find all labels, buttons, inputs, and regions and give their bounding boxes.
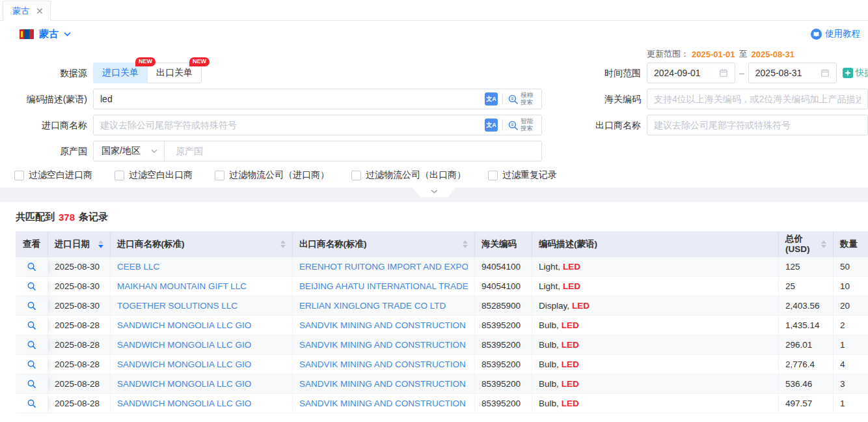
view-record-button[interactable] (16, 394, 48, 414)
highlight-led: LED (563, 281, 580, 291)
view-record-button[interactable] (16, 355, 48, 374)
cell-quantity: 1 (834, 335, 868, 355)
exporter-link[interactable]: SANDVIK MINING AND CONSTRUCTION L... (299, 320, 468, 330)
checkbox-icon[interactable] (115, 171, 124, 180)
origin-country-input[interactable] (169, 141, 541, 161)
importer-name-input[interactable] (94, 115, 480, 135)
search-icon (508, 120, 519, 131)
calendar-icon (719, 68, 728, 77)
sort-icon[interactable] (459, 240, 468, 248)
exporter-link[interactable]: ERENHOT RUITONG IMPORT AND EXPORT ... (299, 262, 468, 272)
fuzzy-search-button[interactable]: 模糊搜索 (508, 92, 536, 106)
results-summary: 共匹配到 378 条记录 (16, 211, 868, 223)
cell-total-price: 1,435.14 (779, 316, 834, 335)
mongolia-flag-icon (20, 29, 34, 39)
filter-checkbox-3[interactable]: 过滤物流公司（出口商） (351, 169, 466, 181)
cell-hs-code: 85395200 (475, 355, 532, 374)
exporter-link[interactable]: SANDVIK MINING AND CONSTRUCTION L... (299, 340, 468, 350)
results-count: 378 (59, 212, 75, 223)
cell-quantity: 20 (834, 296, 868, 316)
column-label: 海关编码 (481, 239, 517, 249)
filter-checkbox-1[interactable]: 过滤空白出口商 (115, 169, 193, 181)
cell-description: Light,LED (532, 277, 779, 296)
magnifier-icon (27, 320, 36, 330)
exporter-name-input[interactable] (647, 115, 868, 135)
importer-link[interactable]: SANDWICH MONGOLIA LLC GIO (117, 379, 251, 389)
tutorial-label: 使用教程 (825, 28, 860, 40)
checkbox-icon[interactable] (351, 171, 361, 180)
chevron-down-icon (151, 149, 157, 153)
importer-name-group: 文A 智能搜索 (93, 115, 542, 135)
view-record-button[interactable] (16, 296, 48, 316)
origin-region-select[interactable]: 国家/地区 (94, 141, 165, 161)
table-row: 2025-08-28SANDWICH MONGOLIA LLC GIOSANDV… (16, 335, 868, 355)
filter-checkbox-4[interactable]: 过滤重复记录 (488, 169, 557, 181)
column-header-view: 查看 (16, 231, 48, 257)
quick-date-button[interactable]: 快捷 (843, 67, 868, 79)
cell-import-date: 2025-08-28 (48, 374, 111, 394)
smart-search-button[interactable]: 智能搜索 (508, 118, 536, 132)
cell-import-date: 2025-08-30 (48, 257, 111, 277)
checkbox-icon[interactable] (215, 171, 224, 180)
checkbox-label: 过滤空白进口商 (29, 169, 92, 181)
column-header-exporter[interactable]: 出口商名称(标准) (293, 231, 475, 257)
tutorial-link[interactable]: 使用教程 (811, 28, 861, 40)
data-source-label: 数据源 (0, 63, 87, 83)
exporter-link[interactable]: ERLIAN XINGLONG TRADE CO LTD (299, 301, 446, 311)
exporter-link[interactable]: SANDVIK MINING AND CONSTRUCTION L... (299, 379, 468, 389)
sort-icon[interactable] (277, 240, 286, 248)
hs-code-input[interactable] (647, 89, 868, 109)
importer-link[interactable]: TOGETHER SOLUTIONS LLC (117, 301, 237, 311)
importer-link[interactable]: SANDWICH MONGOLIA LLC GIO (117, 320, 251, 330)
cell-description: Bulb,LED (532, 316, 779, 335)
cell-quantity: 3 (834, 374, 868, 394)
checkbox-icon[interactable] (14, 171, 24, 180)
highlight-led: LED (562, 359, 579, 369)
view-record-button[interactable] (16, 374, 48, 394)
cell-import-date: 2025-08-28 (48, 335, 111, 355)
collapse-filter-button[interactable] (413, 188, 455, 197)
exporter-link[interactable]: SANDVIK MINING AND CONSTRUCTION L... (299, 359, 468, 369)
column-label: 出口商名称(标准) (299, 239, 367, 249)
description-text: Bulb, (539, 399, 559, 408)
end-date-input[interactable]: 2025-08-31 (748, 63, 837, 83)
importer-link[interactable]: MAIKHAN MOUNTAIN GIFT LLC (117, 281, 247, 291)
filter-checkbox-0[interactable]: 过滤空白进口商 (14, 169, 92, 181)
description-text: Bulb, (539, 320, 559, 330)
column-header-date[interactable]: 进口日期 (48, 231, 111, 257)
start-date-input[interactable]: 2024-09-01 (647, 63, 735, 83)
translate-icon[interactable]: 文A (485, 92, 498, 106)
exporter-link[interactable]: BEIJING AHATU INTERNATIONAL TRADE C... (299, 281, 468, 291)
cell-hs-code: 85395200 (475, 394, 532, 414)
view-record-button[interactable] (16, 277, 48, 296)
importer-link[interactable]: CEEB LLC (117, 262, 159, 272)
book-icon (811, 29, 822, 40)
checkbox-icon[interactable] (488, 171, 498, 180)
sort-icon[interactable] (817, 240, 826, 248)
translate-icon[interactable]: 文A (485, 119, 498, 132)
exporter-link[interactable]: SANDVIK MINING AND CONSTRUCTION L... (299, 399, 468, 408)
table-body: 2025-08-30CEEB LLCERENHOT RUITONG IMPORT… (16, 257, 868, 414)
column-header-importer[interactable]: 进口商名称(标准) (111, 231, 293, 257)
browser-tab-mongolia[interactable]: 蒙古 ✕ (3, 1, 51, 21)
filter-checkbox-2[interactable]: 过滤物流公司（进口商） (215, 169, 329, 181)
table-row: 2025-08-28SANDWICH MONGOLIA LLC GIOSANDV… (16, 374, 868, 394)
data-source-tab-1[interactable]: 出口关单NEW (147, 63, 202, 83)
smart-search-label: 智能搜索 (521, 118, 536, 132)
data-source-tab-0[interactable]: 进口关单NEW (93, 63, 148, 83)
code-description-input[interactable] (94, 89, 480, 109)
cell-description: Bulb,LED (532, 374, 779, 394)
view-record-button[interactable] (16, 257, 48, 277)
tab-close-icon[interactable]: ✕ (36, 7, 44, 16)
importer-link[interactable]: SANDWICH MONGOLIA LLC GIO (117, 359, 251, 369)
sort-icon[interactable] (94, 240, 103, 248)
importer-link[interactable]: SANDWICH MONGOLIA LLC GIO (117, 340, 251, 350)
view-record-button[interactable] (16, 316, 48, 335)
column-header-price[interactable]: 总价(USD) (779, 231, 834, 257)
view-record-button[interactable] (16, 335, 48, 355)
description-text: Bulb, (539, 359, 559, 369)
importer-link[interactable]: SANDWICH MONGOLIA LLC GIO (117, 399, 251, 408)
country-switcher[interactable]: 蒙古 (20, 28, 71, 40)
summary-prefix: 共匹配到 (16, 211, 55, 223)
end-date-value: 2025-08-31 (755, 68, 802, 78)
